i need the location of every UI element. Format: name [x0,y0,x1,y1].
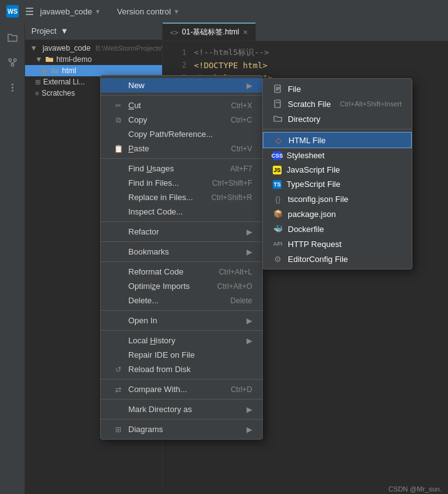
submenu-html-file[interactable]: ◇ HTML File [263,132,412,148]
file-icon [273,84,283,94]
compare-icon: ⇄ [113,385,123,394]
submenu-package-json[interactable]: 📦 package.json [263,206,412,221]
submenu-sep-1 [263,129,412,129]
copy-shortcut: Ctrl+C [231,116,252,124]
project-panel-title: Project [31,26,56,36]
tab-01-html[interactable]: <> 01-基础标签.html ✕ [163,23,256,41]
svg-point-5 [11,84,13,86]
menu-item-cut[interactable]: ✂ Cut Ctrl+X [101,98,262,113]
folder-icon[interactable] [3,28,23,48]
submenu-stylesheet[interactable]: CSS Stylesheet [263,148,412,163]
menu-item-mark-directory[interactable]: Mark Directory as ▶ [101,402,262,416]
tree-item-root[interactable]: ▼ javaweb_code B:\WebStormProjects\javaw… [25,43,162,54]
menu-item-local-history[interactable]: Local History ▶ [101,333,262,348]
code-line-1: 1 <!--html5标识--> [163,46,448,59]
reload-disk-label: Reload from Disk [128,365,191,374]
menu-sep-7 [101,379,262,380]
menu-item-replace-in-files[interactable]: Replace in Files... Ctrl+Shift+R [101,190,262,204]
menu-item-new[interactable]: New ▶ File [101,78,262,93]
submenu-js-file[interactable]: JS JavaScript File [263,163,412,177]
menu-sep-5 [101,310,262,311]
submenu-directory[interactable]: Directory [263,111,412,126]
new-label: New [128,81,145,90]
project-chevron: ▼ [94,8,101,15]
svg-point-0 [9,59,11,61]
title-bar: WS ☰ javaweb_code ▼ Version control ▼ [0,0,448,23]
menu-item-repair-ide[interactable]: Repair IDE on File [101,348,262,362]
repair-ide-label: Repair IDE on File [128,350,195,360]
css-icon: CSS [273,151,282,160]
local-history-arrow: ▶ [247,336,252,345]
directory-label: Directory [288,114,320,124]
menu-item-compare-with[interactable]: ⇄ Compare With... Ctrl+D [101,382,262,396]
menu-item-refactor[interactable]: Refactor ▶ [101,224,262,239]
menu-item-bookmarks[interactable]: Bookmarks ▶ [101,244,262,259]
menu-item-diagrams[interactable]: ⊞ Diagrams ▶ [101,422,262,436]
external-lib-label: External Li... [43,78,85,86]
line-number-2: 2 [168,61,186,69]
root-label: javaweb_code [43,44,91,53]
directory-icon [273,114,283,124]
submenu-scratch-file[interactable]: Scratch File Ctrl+Alt+Shift+Insert [263,96,412,111]
menu-item-reformat-code[interactable]: Reformat Code Ctrl+Alt+L [101,265,262,279]
copy-label: Copy [128,115,147,124]
submenu-file-label: File [288,84,301,94]
submenu-ts-file[interactable]: TS TypeScript File [263,177,412,191]
menu-item-copy[interactable]: ⧉ Copy Ctrl+C [101,113,262,127]
menu-item-inspect-code[interactable]: Inspect Code... [101,204,262,219]
svg-point-6 [11,87,13,89]
http-request-label: HTTP Request [288,239,342,249]
menu-item-optimize-imports[interactable]: Optimize Imports Ctrl+Alt+O [101,279,262,293]
submenu-file[interactable]: File [263,81,412,96]
delete-shortcut: Delete [230,296,252,305]
more-icon[interactable] [3,78,23,98]
hamburger-menu[interactable]: ☰ [25,6,34,18]
tab-label: 01-基础标签.html [182,27,239,38]
menu-item-find-in-files[interactable]: Find in Files... Ctrl+Shift+F [101,176,262,190]
bookmarks-arrow: ▶ [247,248,252,256]
menu-item-copy-path[interactable]: Copy Path/Reference... [101,127,262,141]
open-in-arrow: ▶ [247,316,252,325]
html-demo-label: html-demo [56,55,92,64]
submenu-dockerfile[interactable]: 🐳 Dockerfile [263,221,412,236]
version-control-selector[interactable]: Version control ▼ [117,7,180,16]
inspect-code-label: Inspect Code... [128,207,183,216]
tsconfig-label: tsconfig.json File [288,194,349,204]
menu-sep-0 [101,95,262,96]
version-control-label: Version control [117,7,171,16]
code-content-2: <!DOCTYPE html> [194,61,267,70]
project-selector[interactable]: javaweb_code ▼ [40,7,101,16]
menu-item-reload-disk[interactable]: ↺ Reload from Disk [101,362,262,376]
project-name: javaweb_code [40,7,92,16]
optimize-label: Optimize Imports [128,281,190,291]
delete-label: Delete... [128,296,158,305]
svg-point-2 [11,64,14,66]
local-history-label: Local History [128,336,175,345]
editorconfig-label: EditorConfig File [288,255,348,264]
menu-item-find-usages[interactable]: Find Usages Alt+F7 [101,161,262,176]
find-usages-label: Find Usages [128,164,174,173]
project-panel-header[interactable]: Project ▼ [25,23,162,40]
tab-close-button[interactable]: ✕ [243,29,248,36]
submenu-editorconfig[interactable]: ⚙ EditorConfig File [263,251,412,266]
menu-item-paste[interactable]: 📋 Paste Ctrl+V [101,141,262,156]
tree-item-html-demo[interactable]: ▼ html-demo [25,54,162,65]
diagrams-label: Diagrams [128,425,163,434]
structure-icon[interactable] [3,53,23,73]
tree-arrow-icon: ▼ [30,44,38,53]
scratch-file-label: Scratch File [288,99,331,109]
menu-item-delete[interactable]: Delete... Delete [101,293,262,308]
submenu-tsconfig[interactable]: {} tsconfig.json File [263,191,412,206]
refactor-label: Refactor [128,227,159,236]
open-in-label: Open In [128,316,157,325]
js-icon: JS [273,166,282,174]
scratch-shortcut: Ctrl+Alt+Shift+Insert [340,100,402,108]
svg-rect-12 [275,100,280,108]
scratch-icon [273,99,283,109]
copy-path-label: Copy Path/Reference... [128,129,213,139]
menu-item-open-in[interactable]: Open In ▶ [101,313,262,328]
code-line-2: 2 <!DOCTYPE html> [163,59,448,71]
paste-icon: 📋 [113,144,123,153]
code-content-1: <!--html5标识--> [194,47,269,58]
submenu-http-request[interactable]: API HTTP Request [263,236,412,251]
